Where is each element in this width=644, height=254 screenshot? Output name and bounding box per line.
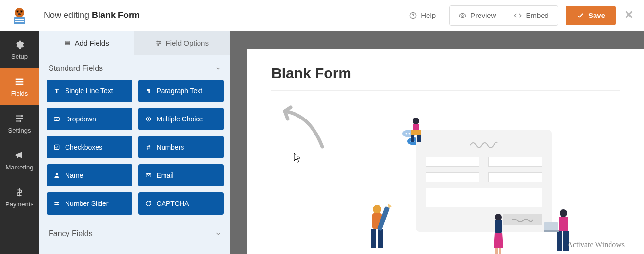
wpforms-logo <box>0 6 39 25</box>
field-paragraph-text[interactable]: Paragraph Text <box>138 80 224 102</box>
svg-point-39 <box>413 118 419 124</box>
form-illustration <box>416 130 552 232</box>
svg-point-4 <box>21 11 22 12</box>
nav-marketing[interactable]: Marketing <box>0 142 39 179</box>
help-link[interactable]: Help <box>400 6 445 25</box>
svg-point-10 <box>413 17 413 17</box>
nav-settings[interactable]: Settings <box>0 105 39 142</box>
svg-rect-46 <box>371 229 376 248</box>
svg-point-3 <box>17 11 18 12</box>
save-button[interactable]: Save <box>566 6 616 25</box>
field-numbers[interactable]: Numbers <box>138 136 224 158</box>
svg-rect-59 <box>544 222 558 231</box>
svg-rect-19 <box>65 43 70 44</box>
svg-point-22 <box>157 44 158 45</box>
svg-rect-14 <box>16 83 24 85</box>
field-single-line-text[interactable]: Single Line Text <box>47 80 132 102</box>
field-number-slider[interactable]: Number Slider <box>47 192 132 215</box>
svg-rect-53 <box>495 248 498 254</box>
svg-rect-7 <box>15 19 24 20</box>
field-checkboxes[interactable]: Checkboxes <box>47 136 132 158</box>
field-captcha[interactable]: CAPTCHA <box>138 192 224 215</box>
nav-fields[interactable]: Fields <box>0 68 39 105</box>
hint-arrow-icon <box>276 105 330 159</box>
svg-rect-12 <box>16 78 24 80</box>
tab-field-options[interactable]: Field Options <box>134 31 230 55</box>
svg-point-25 <box>148 118 149 120</box>
svg-rect-56 <box>559 217 568 231</box>
svg-rect-54 <box>499 248 501 254</box>
svg-rect-41 <box>411 130 421 135</box>
embed-button[interactable]: Embed <box>505 6 558 25</box>
form-title: Blank Form <box>271 65 620 91</box>
svg-point-21 <box>159 42 160 43</box>
svg-point-50 <box>495 214 502 220</box>
svg-rect-47 <box>378 229 383 248</box>
nav-setup[interactable]: Setup <box>0 31 39 68</box>
preview-button[interactable]: Preview <box>450 6 505 25</box>
svg-point-30 <box>57 204 58 205</box>
section-standard-fields[interactable]: Standard Fields <box>47 55 226 80</box>
person-sitting-laptop-icon <box>404 116 428 145</box>
svg-rect-42 <box>411 135 414 142</box>
nav-payments[interactable]: Payments <box>0 179 39 216</box>
tab-add-fields[interactable]: Add Fields <box>39 31 134 55</box>
svg-rect-18 <box>65 41 70 42</box>
svg-point-15 <box>21 115 23 117</box>
field-name[interactable]: Name <box>47 164 132 186</box>
svg-rect-23 <box>54 118 60 121</box>
field-dropdown[interactable]: Dropdown <box>47 108 132 130</box>
cursor-icon <box>294 153 301 163</box>
svg-point-11 <box>462 15 463 17</box>
svg-rect-57 <box>557 231 562 251</box>
person-standing-icon <box>489 212 508 254</box>
editing-label: Now editing Blank Form <box>39 10 400 20</box>
nav-rail: Setup Fields Settings Marketing Payments <box>0 31 39 254</box>
svg-rect-8 <box>15 21 24 22</box>
svg-point-20 <box>157 41 158 42</box>
svg-marker-52 <box>494 233 503 248</box>
close-button[interactable] <box>624 9 634 22</box>
svg-point-27 <box>56 173 58 175</box>
fields-panel: Add Fields Field Options Standard Fields… <box>39 31 230 254</box>
svg-rect-26 <box>54 145 59 149</box>
svg-point-44 <box>373 205 381 214</box>
canvas-area: Blank Form <box>230 31 644 254</box>
svg-rect-13 <box>16 81 24 82</box>
svg-rect-43 <box>417 135 421 142</box>
empty-form-placeholder[interactable] <box>271 105 620 251</box>
section-fancy-fields[interactable]: Fancy Fields <box>47 220 226 245</box>
svg-point-17 <box>19 120 21 122</box>
svg-rect-60 <box>544 230 559 232</box>
field-multiple-choice[interactable]: Multiple Choice <box>138 108 224 130</box>
person-writing-pencil-icon <box>363 203 396 254</box>
svg-point-55 <box>560 209 567 217</box>
windows-watermark: Activate Windows <box>567 240 625 249</box>
svg-point-0 <box>15 8 24 17</box>
svg-point-29 <box>55 202 56 203</box>
field-email[interactable]: Email <box>138 164 224 186</box>
svg-rect-51 <box>495 220 502 233</box>
svg-point-5 <box>18 13 21 15</box>
svg-point-16 <box>17 118 19 119</box>
